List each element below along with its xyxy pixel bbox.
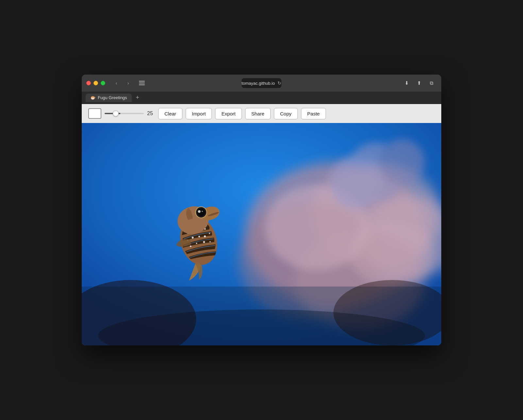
title-bar: ‹ › tomayac.github.io ↻ ⬇ ⬆ [82,75,441,92]
nav-buttons: ‹ › [111,79,133,87]
svg-point-14 [379,139,425,185]
tab-icon: ⧉ [430,80,433,86]
import-button[interactable]: Import [186,108,212,119]
browser-window: ‹ › tomayac.github.io ↻ ⬇ ⬆ [82,75,441,345]
fish-canvas[interactable] [82,123,441,345]
forward-button[interactable]: › [123,79,133,87]
slider-container: 25 [105,111,155,116]
clear-button[interactable]: Clear [158,108,182,119]
download-button[interactable]: ⬇ [401,79,412,87]
address-bar[interactable]: tomayac.github.io ↻ [242,78,281,88]
size-slider[interactable] [105,113,144,114]
minimize-button[interactable] [93,81,98,85]
app-toolbar: 25 Clear Import Export Share Copy Paste [82,104,441,123]
close-button[interactable] [86,81,91,85]
tab-title: Fugu Greetings [98,95,127,100]
traffic-lights [86,81,105,85]
tab-bar: 🐡 Fugu Greetings + [82,92,441,104]
color-swatch[interactable] [88,108,101,119]
canvas-area[interactable] [82,123,441,345]
size-value: 25 [147,111,155,116]
back-icon: ‹ [116,80,117,86]
forward-icon: › [127,80,129,86]
toolbar-right: ⬇ ⬆ ⧉ [401,79,437,87]
share-button[interactable]: ⬆ [414,79,424,87]
sidebar-icon [139,81,145,85]
back-button[interactable]: ‹ [111,79,122,87]
sidebar-button[interactable] [137,79,147,87]
svg-point-15 [330,156,382,208]
svg-rect-0 [139,81,145,82]
new-tab-button[interactable]: + [133,93,142,102]
svg-rect-1 [139,83,145,84]
maximize-button[interactable] [101,81,105,85]
svg-point-10 [350,221,435,287]
reload-button[interactable]: ↻ [278,80,281,86]
export-button[interactable]: Export [215,108,242,119]
copy-button[interactable]: Copy [274,108,298,119]
tab-favicon: 🐡 [90,95,96,100]
share-app-button[interactable]: Share [245,108,271,119]
url-text: tomayac.github.io [242,81,275,86]
paste-button[interactable]: Paste [301,108,326,119]
download-icon: ⬇ [405,80,409,86]
share-icon: ⬆ [417,80,421,86]
svg-rect-2 [139,84,145,85]
tab-button[interactable]: ⧉ [426,79,437,87]
active-tab[interactable]: 🐡 Fugu Greetings [86,94,132,102]
